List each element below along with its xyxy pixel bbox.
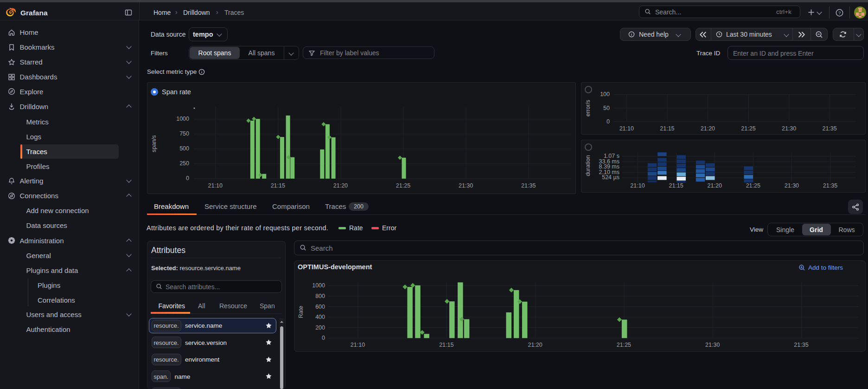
svg-text:?: ? xyxy=(838,10,841,15)
